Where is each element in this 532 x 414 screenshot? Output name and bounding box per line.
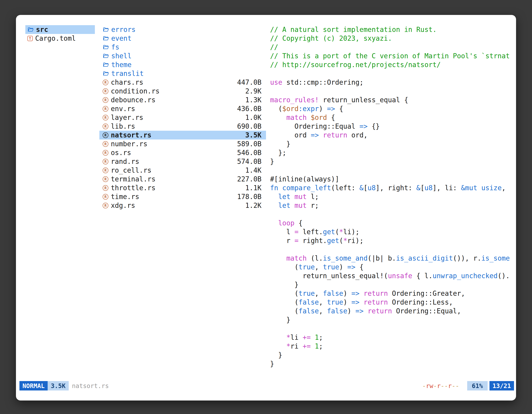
file-preview-pane[interactable]: // A natural sort implementation in Rust… bbox=[270, 25, 516, 381]
file-row-layer.rs[interactable]: Rlayer.rs1.0K bbox=[99, 113, 266, 122]
file-size: 436.0B bbox=[237, 105, 262, 113]
rust-file-icon: R bbox=[103, 185, 108, 191]
code-line: ord => return ord, bbox=[270, 131, 516, 139]
code-line: l = left.get(*li); bbox=[270, 227, 516, 236]
file-row-throttle.rs[interactable]: Rthrottle.rs1.1K bbox=[99, 183, 266, 192]
code-line: ($ord:expr) => { bbox=[270, 104, 516, 113]
file-size: 574.0B bbox=[237, 157, 262, 165]
file-name: terminal.rs bbox=[111, 175, 156, 183]
toml-file-icon: T bbox=[27, 36, 33, 41]
code-line: } bbox=[270, 351, 516, 359]
code-line: #[inline(always)] bbox=[270, 175, 516, 183]
rust-file-icon: R bbox=[103, 88, 108, 94]
file-size: 447.0B bbox=[237, 78, 262, 86]
file-name: event bbox=[111, 34, 132, 42]
file-row-theme[interactable]: theme bbox=[99, 60, 266, 69]
file-size: 178.0B bbox=[237, 193, 262, 201]
code-line: *li += 1; bbox=[270, 333, 516, 342]
cursor-position-badge: 13/21 bbox=[489, 381, 514, 390]
code-line bbox=[270, 210, 516, 219]
panes-container: srcTCargo.toml errorseventfsshellthemetr… bbox=[16, 25, 516, 381]
file-row-terminal.rs[interactable]: Rterminal.rs227.0B bbox=[99, 175, 266, 183]
rust-file-icon: R bbox=[103, 141, 108, 147]
file-row-ro_cell.rs[interactable]: Rro_cell.rs1.4K bbox=[99, 166, 266, 175]
code-line bbox=[270, 245, 516, 254]
rust-file-icon: R bbox=[103, 159, 108, 164]
rust-file-icon: R bbox=[103, 167, 108, 173]
scroll-percent-badge: 61% bbox=[467, 381, 488, 390]
code-line: use std::cmp::Ordering; bbox=[270, 78, 516, 87]
code-line: } bbox=[270, 157, 516, 166]
code-line: // bbox=[270, 43, 516, 52]
file-row-xdg.rs[interactable]: Rxdg.rs1.2K bbox=[99, 201, 266, 210]
file-name: env.rs bbox=[111, 105, 135, 113]
file-size: 1.2K bbox=[245, 202, 262, 210]
file-name: lib.rs bbox=[111, 122, 135, 130]
file-name: chars.rs bbox=[111, 78, 143, 86]
code-line: match (l.is_some_and(|b| b.is_ascii_digi… bbox=[270, 254, 516, 263]
file-name: translit bbox=[111, 69, 144, 77]
code-line: *ri += 1; bbox=[270, 342, 516, 351]
file-size: 227.0B bbox=[237, 175, 262, 183]
file-name: condition.rs bbox=[111, 87, 160, 95]
file-name: throttle.rs bbox=[111, 184, 156, 192]
rust-file-icon: R bbox=[103, 80, 108, 85]
code-line: loop { bbox=[270, 219, 516, 227]
file-row-event[interactable]: event bbox=[99, 34, 266, 43]
folder-icon bbox=[103, 35, 109, 41]
rust-file-icon: R bbox=[103, 150, 108, 156]
mode-badge: NORMAL bbox=[19, 381, 48, 390]
file-row-lib.rs[interactable]: Rlib.rs690.0B bbox=[99, 122, 266, 131]
rust-file-icon: R bbox=[103, 106, 108, 112]
file-name: number.rs bbox=[111, 140, 147, 148]
file-row-number.rs[interactable]: Rnumber.rs589.0B bbox=[99, 139, 266, 148]
file-name: debounce.rs bbox=[111, 96, 156, 104]
code-line: (true, true) => { bbox=[270, 263, 516, 271]
code-line: r = right.get(*ri); bbox=[270, 236, 516, 245]
code-line bbox=[270, 87, 516, 96]
file-name: os.rs bbox=[111, 149, 131, 157]
file-row-Cargo.toml[interactable]: TCargo.toml bbox=[25, 34, 95, 43]
code-line: (true, false) => return Ordering::Greate… bbox=[270, 289, 516, 298]
parent-directory-pane: srcTCargo.toml bbox=[25, 25, 95, 381]
file-size: 1.0K bbox=[245, 114, 262, 122]
file-name: Cargo.toml bbox=[35, 34, 76, 42]
file-row-rand.rs[interactable]: Rrand.rs574.0B bbox=[99, 157, 266, 166]
file-row-src[interactable]: src bbox=[25, 25, 95, 34]
file-name: fs bbox=[111, 43, 119, 51]
status-bar-right: -rw-r--r-- 61% 13/21 bbox=[422, 381, 514, 390]
code-line: // This is a port of the C version of Ma… bbox=[270, 52, 516, 60]
yazi-file-manager-window: srcTCargo.toml errorseventfsshellthemetr… bbox=[16, 15, 516, 401]
code-line: let mut l; bbox=[270, 192, 516, 201]
file-row-natsort.rs[interactable]: Rnatsort.rs3.5K bbox=[99, 131, 266, 139]
file-row-fs[interactable]: fs bbox=[99, 43, 266, 52]
code-line: // A natural sort implementation in Rust… bbox=[270, 25, 516, 34]
status-bar-left: NORMAL 3.5K natsort.rs bbox=[19, 381, 109, 390]
code-line: Ordering::Equal => {} bbox=[270, 122, 516, 131]
code-line: macro_rules! return_unless_equal { bbox=[270, 96, 516, 104]
file-row-condition.rs[interactable]: Rcondition.rs2.9K bbox=[99, 87, 266, 96]
rust-file-icon: R bbox=[103, 124, 108, 129]
code-line: return_unless_equal!(unsafe { l.unwrap_u… bbox=[270, 271, 516, 280]
file-row-os.rs[interactable]: Ros.rs546.0B bbox=[99, 148, 266, 157]
file-size: 2.9K bbox=[245, 87, 262, 95]
file-size: 690.0B bbox=[237, 122, 262, 130]
file-row-env.rs[interactable]: Renv.rs436.0B bbox=[99, 104, 266, 113]
file-row-debounce.rs[interactable]: Rdebounce.rs1.3K bbox=[99, 96, 266, 104]
code-line: // Copyright (c) 2023, sxyazi. bbox=[270, 34, 516, 43]
file-row-shell[interactable]: shell bbox=[99, 52, 266, 60]
code-line bbox=[270, 324, 516, 333]
file-name: ro_cell.rs bbox=[111, 166, 152, 174]
file-row-errors[interactable]: errors bbox=[99, 25, 266, 34]
code-line bbox=[270, 69, 516, 78]
rust-file-icon: R bbox=[103, 132, 108, 138]
current-directory-pane: errorseventfsshellthemetranslitRchars.rs… bbox=[99, 25, 266, 381]
rust-file-icon: R bbox=[103, 115, 108, 120]
file-size: 546.0B bbox=[237, 149, 262, 157]
rust-file-icon: R bbox=[103, 203, 108, 208]
code-line: (false, true) => return Ordering::Less, bbox=[270, 298, 516, 307]
file-name: rand.rs bbox=[111, 157, 139, 165]
file-row-chars.rs[interactable]: Rchars.rs447.0B bbox=[99, 78, 266, 87]
file-row-translit[interactable]: translit bbox=[99, 69, 266, 78]
file-row-time.rs[interactable]: Rtime.rs178.0B bbox=[99, 192, 266, 201]
